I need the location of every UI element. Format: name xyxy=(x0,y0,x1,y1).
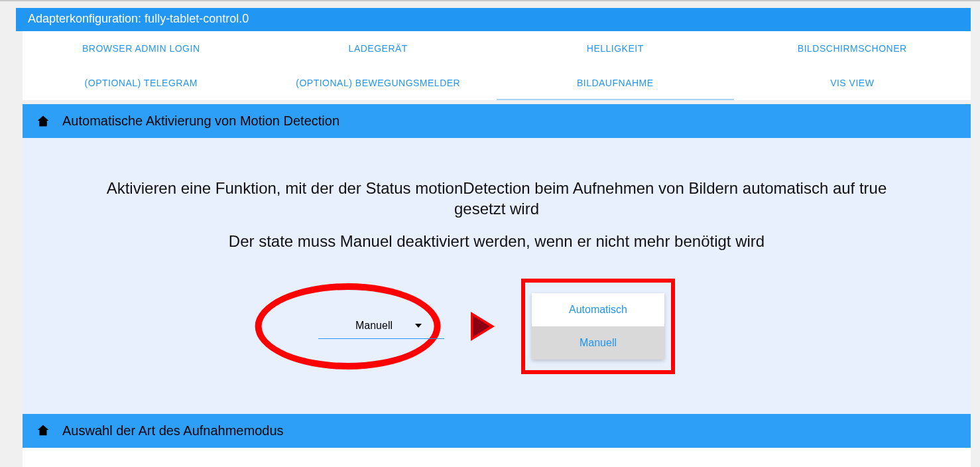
control-row: Manuell Automatisch Manuell xyxy=(49,279,944,374)
description-line-1: Aktivieren eine Funktion, mit der der St… xyxy=(99,178,894,219)
tab-vis-view[interactable]: VIS VIEW xyxy=(734,66,971,100)
tab-browser-admin-login[interactable]: BROWSER ADMIN LOGIN xyxy=(23,31,260,66)
tabs-container: BROWSER ADMIN LOGIN LADEGERÄT HELLIGKEIT… xyxy=(23,31,971,100)
config-title: Adapterkonfiguration: fully-tablet-contr… xyxy=(28,12,249,25)
arrow-right-icon xyxy=(471,312,495,341)
section-motion-detection: Automatische Aktivierung von Motion Dete… xyxy=(23,104,971,414)
tab-optional-telegram[interactable]: (OPTIONAL) TELEGRAM xyxy=(23,66,260,100)
mode-select-value: Manuell xyxy=(355,320,393,331)
config-title-bar: Adapterkonfiguration: fully-tablet-contr… xyxy=(16,8,971,31)
option-manuell[interactable]: Manuell xyxy=(532,326,664,360)
section-title-motion: Automatische Aktivierung von Motion Dete… xyxy=(62,113,339,129)
section-title-aufnahmemodus: Auswahl der Art des Aufnahmemodus xyxy=(62,423,284,438)
mode-select-wrap: Manuell xyxy=(318,313,444,339)
section-header-aufnahmemodus[interactable]: Auswahl der Art des Aufnahmemodus xyxy=(23,414,971,448)
highlight-box: Automatisch Manuell xyxy=(521,279,675,374)
option-automatisch[interactable]: Automatisch xyxy=(532,293,664,326)
tab-ladegeraet[interactable]: LADEGERÄT xyxy=(260,31,497,66)
mode-dropdown-popup: Automatisch Manuell xyxy=(532,293,664,360)
tab-optional-bewegungsmelder[interactable]: (OPTIONAL) BEWEGUNGSMELDER xyxy=(260,66,497,100)
home-icon xyxy=(36,114,50,129)
chevron-down-icon xyxy=(415,324,422,328)
tabs-row-1: BROWSER ADMIN LOGIN LADEGERÄT HELLIGKEIT… xyxy=(23,31,971,66)
section-body-aufnahmemodus xyxy=(23,448,971,467)
mode-select[interactable]: Manuell xyxy=(318,313,444,339)
tab-bildschirmschoner[interactable]: BILDSCHIRMSCHONER xyxy=(734,31,971,66)
description-line-2: Der state muss Manuel deaktiviert werden… xyxy=(99,231,894,251)
tab-bildaufnahme[interactable]: BILDAUFNAHME xyxy=(497,66,734,100)
tabs-row-2: (OPTIONAL) TELEGRAM (OPTIONAL) BEWEGUNGS… xyxy=(23,66,971,100)
home-icon xyxy=(36,423,50,438)
section-body-motion: Aktivieren eine Funktion, mit der der St… xyxy=(23,138,971,414)
tab-helligkeit[interactable]: HELLIGKEIT xyxy=(497,31,734,66)
section-header-motion[interactable]: Automatische Aktivierung von Motion Dete… xyxy=(23,104,971,138)
